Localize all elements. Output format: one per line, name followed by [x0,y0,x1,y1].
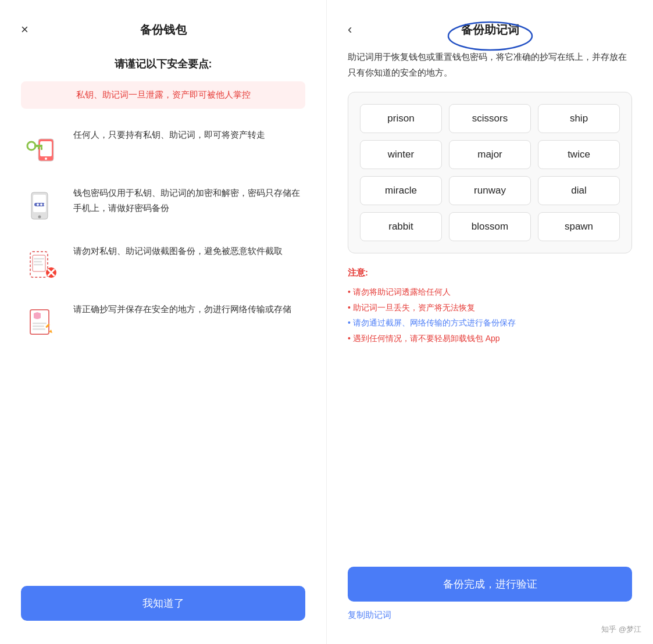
security-text-4: 请正确抄写并保存在安全的地方，勿进行网络传输或存储 [73,302,291,317]
svg-rect-23 [33,323,47,324]
mnemonic-word-11: blossom [449,212,531,241]
phone-lock-icon [21,185,63,227]
mnemonic-word-5: major [449,140,531,169]
svg-point-10 [37,203,39,206]
mnemonic-grid: prisonscissorsshipwintermajortwicemiracl… [348,92,632,253]
security-item-3: 请勿对私钥、助记词做截图备份，避免被恶意软件截取 [21,244,305,285]
warning-banner: 私钥、助记词一旦泄露，资产即可被他人掌控 [21,81,305,109]
security-text-3: 请勿对私钥、助记词做截图备份，避免被恶意软件截取 [73,244,283,259]
svg-point-3 [27,142,35,150]
svg-rect-24 [33,325,44,327]
mnemonic-word-4: winter [360,140,442,169]
mnemonic-word-7: miracle [360,176,442,205]
security-item-1: 任何人，只要持有私钥、助记词，即可将资产转走 [21,127,305,169]
notices-container: • 请勿将助记词透露给任何人• 助记词一旦丢失，资产将无法恢复• 请勿通过截屏、… [348,284,632,346]
notice-item-3: • 请勿通过截屏、网络传输的方式进行备份保存 [348,315,632,331]
svg-rect-18 [34,264,43,266]
mnemonic-word-3: ship [538,104,620,133]
security-item-2: 钱包密码仅用于私钥、助记词的加密和解密，密码只存储在手机上，请做好密码备份 [21,185,305,227]
verify-button[interactable]: 备份完成，进行验证 [348,567,632,602]
left-panel: × 备份钱包 请谨记以下安全要点: 私钥、助记词一旦泄露，资产即可被他人掌控 任… [0,0,327,644]
close-button[interactable]: × [21,23,28,36]
svg-point-2 [45,158,47,160]
svg-rect-9 [34,203,45,206]
write-icon [21,302,63,344]
svg-rect-16 [34,258,44,260]
left-footer: 我知道了 [21,568,305,621]
security-item-4: 请正确抄写并保存在安全的地方，勿进行网络传输或存储 [21,302,305,344]
security-text-2: 钱包密码仅用于私钥、助记词的加密和解密，密码只存储在手机上，请做好密码备份 [73,185,305,215]
confirm-button[interactable]: 我知道了 [21,586,305,621]
security-heading: 请谨记以下安全要点: [21,57,305,71]
svg-rect-17 [34,261,42,263]
mnemonic-word-1: prison [360,104,442,133]
svg-point-12 [44,203,46,206]
back-button[interactable]: ‹ [348,23,352,36]
svg-rect-6 [38,147,40,149]
svg-rect-4 [34,145,42,147]
screenshot-icon [21,244,63,285]
mnemonic-word-10: rabbit [360,212,442,241]
right-footer: 备份完成，进行验证 复制助记词 [348,555,632,621]
svg-rect-15 [33,255,45,271]
svg-point-11 [40,203,42,206]
copy-mnemonic-button[interactable]: 复制助记词 [348,610,391,621]
mnemonic-word-9: dial [538,176,620,205]
left-title: 备份钱包 [140,22,187,38]
notice-item-1: • 请勿将助记词透露给任何人 [348,284,632,300]
mnemonic-word-2: scissors [449,104,531,133]
security-text-1: 任何人，只要持有私钥、助记词，即可将资产转走 [73,127,265,142]
left-header: × 备份钱包 [21,23,305,36]
key-phone-icon [21,127,63,169]
svg-rect-5 [41,147,42,150]
right-panel: ‹ 备份助记词 助记词用于恢复钱包或重置钱包密码，将它准确的抄写在纸上，并存放在… [327,0,653,644]
watermark: 知乎 @梦江 [601,624,641,635]
notice-title: 注意: [348,267,632,278]
description: 助记词用于恢复钱包或重置钱包密码，将它准确的抄写在纸上，并存放在只有你知道的安全… [348,49,632,80]
mnemonic-word-8: runway [449,176,531,205]
notice-item-2: • 助记词一旦丢失，资产将无法恢复 [348,300,632,316]
svg-point-13 [38,216,41,219]
mnemonic-word-12: spawn [538,212,620,241]
notice-item-4: • 遇到任何情况，请不要轻易卸载钱包 App [348,331,632,346]
mnemonic-word-6: twice [538,140,620,169]
right-title: 备份助记词 [461,22,519,38]
right-header: ‹ 备份助记词 [348,23,632,36]
notice-section: 注意: • 请勿将助记词透露给任何人• 助记词一旦丢失，资产将无法恢复• 请勿通… [348,267,632,346]
svg-rect-25 [33,328,45,330]
